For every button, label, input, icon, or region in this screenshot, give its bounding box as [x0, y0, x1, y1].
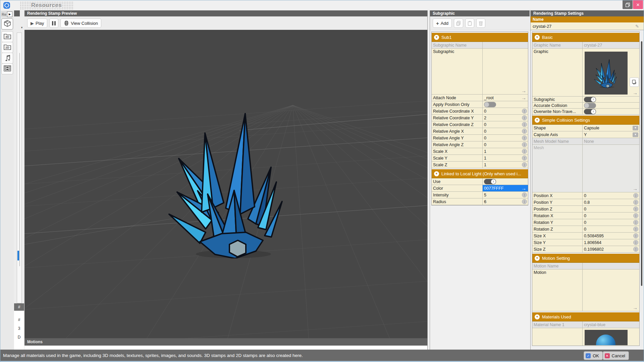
close-window-button[interactable]: ✕ [633, 0, 643, 9]
sidebar-item-film-strip[interactable] [1, 63, 13, 74]
value-graphic-name[interactable]: crystal-27 [583, 42, 639, 48]
toggle-subgraphic[interactable] [584, 97, 596, 102]
value-shape[interactable]: Capsule▼ [583, 125, 639, 131]
motions-panel-header[interactable]: Motions [24, 338, 427, 346]
open-picker-arrow-icon[interactable]: → [633, 186, 638, 191]
value-relative-angle-z[interactable]: 0▲▼ [483, 141, 528, 148]
open-picker-arrow-icon[interactable]: → [633, 90, 638, 95]
open-picker-arrow-icon[interactable]: → [633, 305, 638, 310]
value-motion-name[interactable] [583, 263, 639, 269]
stepper-icon[interactable]: ▲▼ [633, 220, 638, 225]
value-apply-position-only[interactable] [483, 101, 528, 108]
value-relative-angle-y[interactable]: 0▲▼ [483, 135, 528, 141]
dropdown-arrow-icon[interactable]: ▼ [633, 132, 638, 137]
value-capsule-axis[interactable]: Y▼ [583, 131, 639, 138]
play-button[interactable]: ▶ Play [27, 18, 47, 28]
value-overwrite-non-trave[interactable] [583, 109, 639, 114]
stepper-icon[interactable]: ▲▼ [522, 142, 527, 147]
value-position-z[interactable]: 0▲▼ [583, 206, 639, 212]
stepper-icon[interactable]: ▲▼ [633, 206, 638, 212]
value-color[interactable]: 0077FFFF→ [483, 185, 528, 191]
stamp-name-field[interactable]: crystal-27 ✎ [531, 22, 644, 30]
value-mesh[interactable]: → [583, 145, 639, 192]
stepper-icon[interactable]: ▲▼ [633, 200, 638, 205]
stepper-icon[interactable]: ▲▼ [522, 199, 527, 204]
graphic-thumbnail[interactable] [585, 52, 628, 95]
stepper-icon[interactable]: ▲▼ [522, 122, 527, 127]
value-subgraphic[interactable] [583, 97, 639, 102]
stepper-icon[interactable]: ▲▼ [522, 115, 527, 120]
settings-scrollbar-thumb[interactable] [641, 41, 642, 286]
stepper-icon[interactable]: ▲▼ [633, 193, 638, 198]
edit-pencil-icon[interactable]: ✎ [635, 24, 639, 29]
value-scale-z[interactable]: 1▲▼ [483, 162, 528, 168]
cancel-button[interactable]: ✕ Cancel [603, 351, 629, 360]
stepper-icon[interactable]: ▲▼ [522, 162, 527, 167]
section-header-linked-to-local-light-only-when-used-i[interactable]: ▼Linked to Local Light (Only when used i… [432, 169, 528, 178]
value-relative-angle-x[interactable]: 0▲▼ [483, 128, 528, 134]
expand-arrow-icon[interactable]: ▶ [7, 11, 12, 17]
panel-splitter[interactable] [427, 10, 430, 350]
copy-subgraphic-button[interactable] [454, 18, 463, 28]
value-radius[interactable]: 6▲▼ [483, 198, 528, 205]
open-picker-arrow-icon[interactable]: → [521, 186, 526, 191]
value-subgraphic[interactable]: → [483, 49, 528, 94]
toggle-apply-position-only[interactable] [484, 102, 496, 107]
toggle-overwrite-non-trave[interactable] [584, 109, 596, 114]
value-graphic[interactable]: → [583, 49, 639, 96]
stepper-icon[interactable]: ▲▼ [633, 233, 638, 238]
value-size-y[interactable]: 1.806564▲▼ [583, 239, 639, 246]
grid-tab[interactable]: # [14, 303, 24, 311]
dropdown-arrow-icon[interactable]: ▼ [633, 126, 638, 130]
stepper-icon[interactable]: ▲▼ [522, 156, 527, 161]
stepper-icon[interactable]: ▲▼ [633, 240, 638, 245]
add-subgraphic-button[interactable]: + Add [433, 18, 452, 28]
stepper-icon[interactable]: ▲▼ [522, 129, 527, 134]
stepper-icon[interactable]: ▲▼ [633, 213, 638, 218]
value-subgraphic-name[interactable] [483, 42, 528, 48]
stepper-icon[interactable]: ▲▼ [522, 109, 527, 114]
replace-graphic-button[interactable] [630, 77, 639, 87]
value-rotation-y[interactable]: 0▲▼ [583, 219, 639, 226]
value-material[interactable] [583, 328, 639, 346]
stepper-icon[interactable]: ▲▼ [522, 149, 527, 154]
delete-subgraphic-button[interactable] [476, 18, 485, 28]
value-use[interactable] [483, 178, 528, 185]
value-relative-coordinate-x[interactable]: 0▲▼ [483, 108, 528, 114]
ok-button[interactable]: ✓ OK [584, 351, 603, 360]
collapse-strip-icon[interactable]: ▾ [19, 26, 24, 31]
value-position-y[interactable]: 0.8▲▼ [583, 199, 639, 205]
settings-scrollbar[interactable] [640, 31, 643, 349]
sidebar-item-folder-2d[interactable]: 2D [1, 42, 13, 53]
material-thumbnail[interactable] [585, 330, 628, 345]
3d-viewport[interactable] [24, 30, 427, 338]
section-header-motion-setting[interactable]: ▼Motion Setting [532, 254, 639, 263]
section-header-simple-collision-settings[interactable]: ▼Simple Collision Settings [532, 116, 639, 125]
zoom-slider-handle[interactable] [17, 251, 19, 260]
open-picker-arrow-icon[interactable]: → [521, 95, 526, 100]
section-header-sub1[interactable]: ▼Sub1 [432, 33, 528, 42]
restore-window-button[interactable] [623, 0, 633, 9]
paste-subgraphic-button[interactable] [465, 18, 474, 28]
view-collision-button[interactable]: View Collision [60, 18, 101, 28]
value-material-name-1[interactable]: crystal-blue [583, 321, 639, 328]
stepper-icon[interactable]: ▲▼ [633, 227, 638, 232]
toggle-accurate-collision[interactable] [584, 103, 596, 108]
value-motion[interactable]: → [583, 269, 639, 311]
value-intensity[interactable]: 5▲▼ [483, 192, 528, 198]
value-relative-coordinate-z[interactable]: 0▲▼ [483, 121, 528, 128]
stepper-icon[interactable]: ▲▼ [633, 247, 638, 252]
value-rotation-x[interactable]: 0▲▼ [583, 213, 639, 219]
stepper-icon[interactable]: ▲▼ [522, 192, 527, 197]
toggle-use[interactable] [484, 179, 496, 184]
value-scale-x[interactable]: 1▲▼ [483, 148, 528, 155]
value-rotation-z[interactable]: 0▲▼ [583, 226, 639, 232]
sidebar-item-cube[interactable] [1, 18, 13, 29]
sidebar-item-music-note[interactable] [1, 53, 13, 64]
crystal-model[interactable] [168, 108, 296, 258]
value-position-x[interactable]: 0▲▼ [583, 192, 639, 199]
zoom-slider-track[interactable] [17, 33, 22, 303]
stepper-icon[interactable]: ▲▼ [522, 135, 527, 140]
open-picker-arrow-icon[interactable]: → [521, 88, 526, 93]
value-size-x[interactable]: 0.5084595▲▼ [583, 233, 639, 239]
